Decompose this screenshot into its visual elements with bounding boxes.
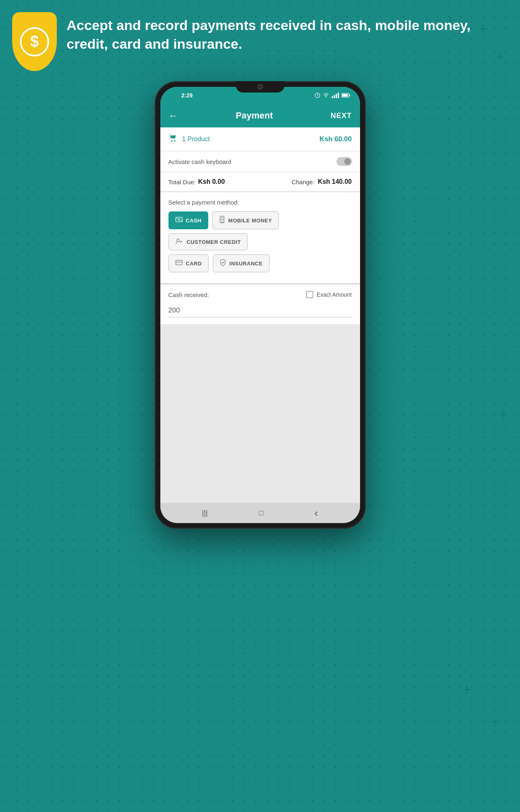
activate-keyboard-row: Activate cash keyboard <box>160 151 360 172</box>
phone-notch <box>236 81 285 93</box>
svg-rect-3 <box>349 95 350 97</box>
cart-icon <box>168 134 177 144</box>
battery-icon <box>341 93 350 98</box>
bottom-nav: ||| □ ‹ <box>160 503 360 523</box>
total-due-label: Total Due: <box>168 179 196 185</box>
cash-input[interactable] <box>168 304 352 318</box>
customer-credit-label: CUSTOMER CREDIT <box>187 239 241 245</box>
payment-methods-row2: CARD INSURANCE <box>168 254 352 272</box>
payment-btn-insurance[interactable]: INSURANCE <box>213 254 270 272</box>
payment-section-label: Select a payment method: <box>168 199 352 206</box>
payment-btn-card[interactable]: CARD <box>168 254 209 272</box>
home-nav-button[interactable]: □ <box>256 506 267 521</box>
svg-rect-17 <box>176 263 178 264</box>
payment-section: Select a payment method: <box>160 192 360 283</box>
bg-plus-5: + <box>463 681 471 698</box>
payment-btn-mobile-money[interactable]: MOBILE MONEY <box>212 211 279 229</box>
cash-row: Cash received: Exact Amount <box>168 291 352 298</box>
back-nav-button[interactable]: ‹ <box>311 504 321 523</box>
insurance-label: INSURANCE <box>229 261 263 267</box>
phone-wrapper: 2:29 <box>155 81 366 529</box>
keyboard-toggle[interactable] <box>337 157 352 166</box>
mobile-money-icon <box>219 216 225 225</box>
notch-camera <box>257 84 263 90</box>
payment-btn-customer-credit[interactable]: CUSTOMER CREDIT <box>168 233 248 250</box>
exact-amount-check: Exact Amount <box>306 291 352 298</box>
payment-btn-cash[interactable]: CASH <box>168 211 209 229</box>
content-spacer <box>160 324 360 495</box>
top-section: $ Accept and record payments received in… <box>12 12 508 71</box>
svg-point-1 <box>326 97 326 97</box>
app-header: ← Payment NEXT <box>160 104 360 127</box>
change-value: Ksh 140.00 <box>318 178 352 185</box>
insurance-icon <box>220 259 226 268</box>
product-info: 1 Product <box>168 134 210 144</box>
svg-point-6 <box>174 140 175 142</box>
cash-received-section: Cash received: Exact Amount <box>160 284 360 324</box>
exact-amount-label[interactable]: Exact Amount <box>317 291 352 298</box>
svg-point-5 <box>171 140 173 142</box>
svg-rect-4 <box>342 94 347 97</box>
card-icon <box>175 260 183 267</box>
product-amount: Ksh 60.00 <box>319 135 352 143</box>
svg-rect-12 <box>221 222 223 223</box>
change-label: Change: <box>291 179 315 185</box>
svg-rect-9 <box>181 220 182 221</box>
product-row: 1 Product Ksh 60.00 <box>160 127 360 151</box>
svg-rect-8 <box>175 218 177 219</box>
mobile-money-label: MOBILE MONEY <box>228 218 272 224</box>
exact-amount-checkbox[interactable] <box>306 291 313 298</box>
change-section: Change: Ksh 140.00 <box>291 178 352 185</box>
phone-outer: 2:29 <box>155 81 366 529</box>
keyboard-label: Activate cash keyboard <box>168 158 231 165</box>
cash-icon <box>175 217 183 224</box>
next-button[interactable]: NEXT <box>330 112 352 120</box>
payment-methods-row1: CASH MOBILE MONEY <box>168 211 352 250</box>
status-icons <box>315 93 350 98</box>
customer-credit-icon <box>175 238 183 246</box>
card-label: CARD <box>186 261 202 267</box>
cash-label: CASH <box>186 218 202 224</box>
back-button[interactable]: ← <box>168 110 178 121</box>
menu-nav-button[interactable]: ||| <box>199 506 211 521</box>
status-time: 2:29 <box>181 92 193 99</box>
svg-rect-13 <box>221 217 224 221</box>
dollar-badge: $ <box>12 12 57 71</box>
cash-received-label: Cash received: <box>168 291 209 298</box>
total-row: Total Due: Ksh 0.00 Change: Ksh 140.00 <box>160 172 360 192</box>
app-content: 1 Product Ksh 60.00 Activate cash keyboa… <box>160 127 360 503</box>
clock-icon <box>315 93 320 98</box>
header-description: Accept and record payments received in c… <box>67 12 508 54</box>
product-label: 1 Product <box>182 136 210 143</box>
signal-bars <box>332 93 339 98</box>
bg-plus-6: + <box>499 406 508 423</box>
dollar-icon: $ <box>20 27 49 56</box>
svg-rect-16 <box>175 262 182 263</box>
phone-screen: 2:29 <box>160 87 360 523</box>
wifi-icon <box>323 93 329 98</box>
total-due-value: Ksh 0.00 <box>198 178 225 185</box>
svg-point-14 <box>177 239 179 242</box>
bg-plus-4: + <box>491 714 500 731</box>
page-title: Payment <box>236 110 273 121</box>
svg-point-10 <box>178 219 180 221</box>
